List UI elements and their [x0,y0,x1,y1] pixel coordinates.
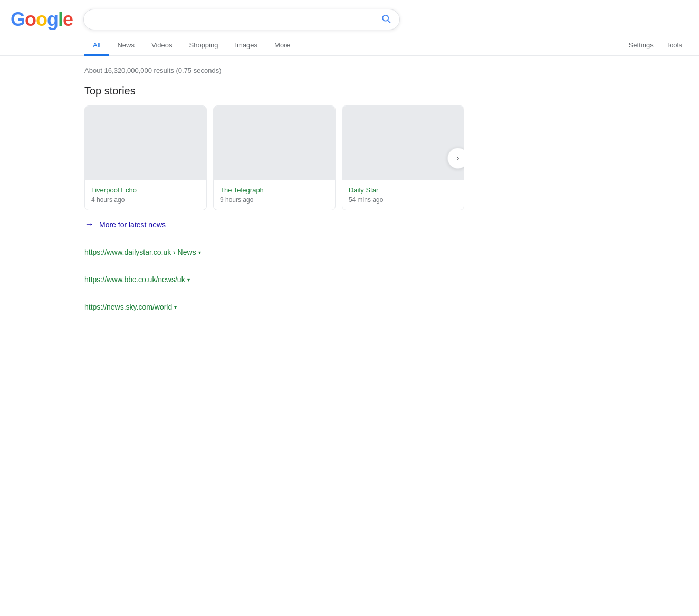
header: Google latest news [0,0,699,31]
stories-carousel: Liverpool Echo 4 hours ago The Telegraph… [84,105,464,210]
more-link-row: → More for latest news [84,219,464,230]
tab-shopping[interactable]: Shopping [180,36,226,56]
story-card-1[interactable]: Liverpool Echo 4 hours ago [84,105,207,210]
more-news-link[interactable]: More for latest news [99,220,166,229]
story-source-2: The Telegraph [220,186,329,194]
result-url-text-2: https://www.bbc.co.uk/news/uk [84,275,185,284]
top-stories-section: Top stories Liverpool Echo 4 hours ago T… [84,85,464,230]
more-link-arrow-icon: → [84,219,94,230]
results-area: About 16,320,000,000 results (0.75 secon… [0,56,475,339]
tab-videos[interactable]: Videos [143,36,181,56]
tab-tools[interactable]: Tools [660,36,688,56]
result-stats: About 16,320,000,000 results (0.75 secon… [84,66,464,74]
story-content-1: Liverpool Echo 4 hours ago [85,180,206,210]
story-content-2: The Telegraph 9 hours ago [214,180,335,210]
story-time-2: 9 hours ago [220,196,329,204]
story-source-3: Daily Star [349,186,457,194]
logo-g: G [11,8,25,31]
top-stories-title: Top stories [84,85,464,97]
chevron-right-icon: › [456,153,459,163]
story-content-3: Daily Star 54 mins ago [342,180,464,210]
google-logo[interactable]: Google [11,8,73,31]
logo-o1: o [25,8,36,31]
result-item-3: https://news.sky.com/world ▾ [84,301,464,313]
story-source-1: Liverpool Echo [91,186,200,194]
search-bar-container: latest news [83,9,400,30]
story-card-2[interactable]: The Telegraph 9 hours ago [213,105,336,210]
story-time-1: 4 hours ago [91,196,200,204]
nav-tabs: All News Videos Shopping Images More Set… [0,31,699,56]
logo-l: l [58,8,63,31]
svg-line-1 [388,20,390,23]
result-url-2[interactable]: https://www.bbc.co.uk/news/uk ▾ [84,275,464,284]
story-card-3[interactable]: Daily Star 54 mins ago [342,105,464,210]
logo-o2: o [36,8,47,31]
result-url-text-3: https://news.sky.com/world [84,303,172,311]
logo-e: e [63,8,73,31]
result-url-1[interactable]: https://www.dailystar.co.uk › News ▾ [84,248,464,256]
logo-g2: g [47,8,58,31]
story-image-3 [342,106,464,180]
tab-all[interactable]: All [84,36,109,56]
search-button[interactable] [379,12,394,28]
dropdown-arrow-icon-1[interactable]: ▾ [198,249,201,255]
tab-images[interactable]: Images [226,36,266,56]
dropdown-arrow-icon-2[interactable]: ▾ [187,277,190,283]
dropdown-arrow-icon-3[interactable]: ▾ [174,304,177,310]
carousel-next-button[interactable]: › [447,148,464,169]
result-item-1: https://www.dailystar.co.uk › News ▾ [84,246,464,258]
tab-more[interactable]: More [266,36,299,56]
result-item-2: https://www.bbc.co.uk/news/uk ▾ [84,273,464,286]
result-url-3[interactable]: https://news.sky.com/world ▾ [84,303,464,311]
search-input[interactable]: latest news [83,9,400,30]
story-image-2 [214,106,335,180]
search-icon [381,14,391,24]
tab-news[interactable]: News [109,36,143,56]
result-url-text-1: https://www.dailystar.co.uk › News [84,248,196,256]
tab-settings[interactable]: Settings [623,36,660,56]
story-time-3: 54 mins ago [349,196,457,204]
story-image-1 [85,106,206,180]
